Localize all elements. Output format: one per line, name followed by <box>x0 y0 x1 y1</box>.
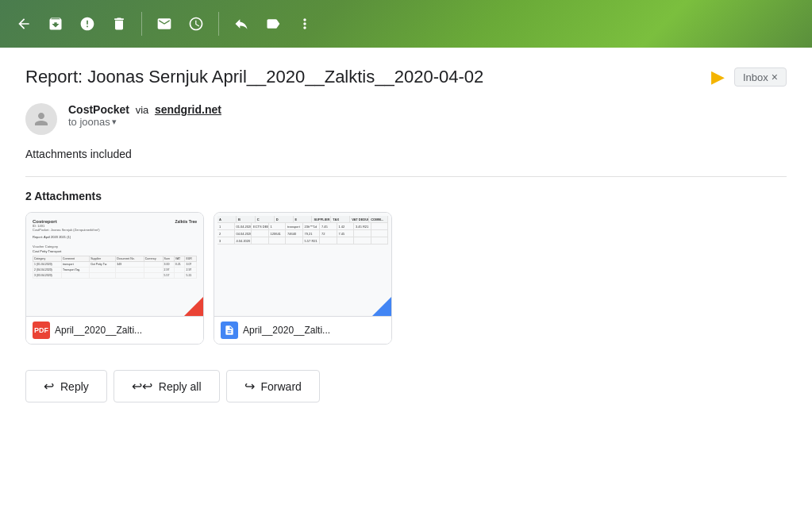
doc-fold-corner <box>372 297 391 316</box>
inbox-badge[interactable]: Inbox × <box>734 67 787 87</box>
toolbar-divider-2 <box>218 12 219 36</box>
reply-icon: ↩ <box>44 379 54 394</box>
toolbar <box>0 0 812 48</box>
delete-button[interactable] <box>105 10 133 38</box>
attachments-header: 2 Attachments <box>25 190 787 202</box>
action-buttons: ↩ Reply ↩↩ Reply all ↪ Forward <box>25 370 787 402</box>
chevron-down-icon: ▾ <box>112 117 117 127</box>
report-button[interactable] <box>73 10 102 38</box>
attachment-name-pdf: April__2020__Zalti... <box>55 325 197 336</box>
attachments-included-text: Attachments included <box>25 148 787 160</box>
inbox-badge-label: Inbox <box>743 71 768 83</box>
attachment-card-pdf[interactable]: Costreport ID: 1491 CostPocket: Joonas S… <box>25 212 204 345</box>
reply-label: Reply <box>60 380 89 393</box>
label-button[interactable] <box>259 10 287 38</box>
archive-button[interactable] <box>41 10 70 38</box>
attachment-card-doc[interactable]: A B C D E SUPPLIER FULL TAX VAT DEDUCTED… <box>214 212 392 345</box>
attachment-footer-doc: April__2020__Zalti... <box>214 316 391 344</box>
forward-button[interactable]: ↪ Forward <box>226 370 320 402</box>
sender-details: CostPocket via sendgrid.net to joonas ▾ <box>68 103 787 128</box>
forward-label: Forward <box>261 380 302 393</box>
email-content: Report: Joonas Sernjuk April__2020__Zalk… <box>0 48 812 516</box>
spreadsheet-preview: A B C D E SUPPLIER FULL TAX VAT DEDUCTED… <box>214 213 391 316</box>
move-button[interactable] <box>227 10 256 38</box>
snooze-button[interactable] <box>182 10 210 38</box>
attachment-footer-pdf: PDF April__2020__Zalti... <box>26 316 203 344</box>
back-button[interactable] <box>10 10 38 38</box>
attachments-section: 2 Attachments Costreport ID: 1491 CostPo… <box>25 190 787 345</box>
reply-button[interactable]: ↩ Reply <box>25 370 107 402</box>
toolbar-divider-1 <box>141 12 142 36</box>
avatar <box>25 103 57 135</box>
sender-to-label: to joonas <box>68 116 110 128</box>
inbox-badge-close[interactable]: × <box>772 71 778 83</box>
sender-via-link[interactable]: sendgrid.net <box>155 103 221 116</box>
attachments-grid: Costreport ID: 1491 CostPocket: Joonas S… <box>25 212 787 345</box>
attachment-name-doc: April__2020__Zalti... <box>243 325 385 336</box>
subject-row: Report: Joonas Sernjuk April__2020__Zalk… <box>25 67 787 87</box>
star-icon[interactable]: ▶ <box>711 67 725 87</box>
sender-name-row: CostPocket via sendgrid.net <box>68 103 787 116</box>
mark-unread-button[interactable] <box>150 10 179 38</box>
pdf-fold-corner <box>184 297 203 316</box>
subject-title: Report: Joonas Sernjuk April__2020__Zalk… <box>25 67 702 87</box>
sender-row: CostPocket via sendgrid.net to joonas ▾ <box>25 103 787 135</box>
reply-all-button[interactable]: ↩↩ Reply all <box>114 370 220 402</box>
more-button[interactable] <box>291 10 319 38</box>
sender-via: via <box>133 104 152 116</box>
sender-to[interactable]: to joonas ▾ <box>68 116 787 128</box>
pdf-preview: Costreport ID: 1491 CostPocket: Joonas S… <box>26 213 203 316</box>
reply-all-icon: ↩↩ <box>132 379 152 394</box>
pdf-icon: PDF <box>33 322 50 339</box>
doc-icon <box>221 322 238 339</box>
reply-all-label: Reply all <box>159 380 202 393</box>
forward-icon: ↪ <box>244 379 255 394</box>
sender-name: CostPocket <box>68 103 129 116</box>
content-divider <box>25 176 787 177</box>
